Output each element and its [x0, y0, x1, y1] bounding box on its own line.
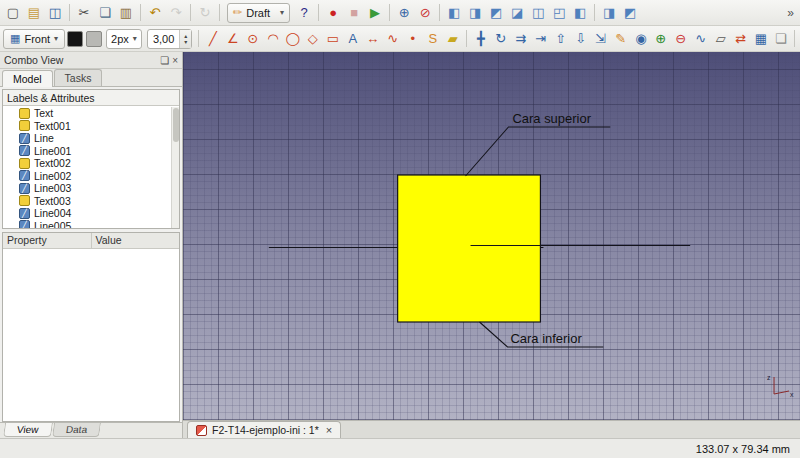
tree-header[interactable]: Labels & Attributes	[3, 90, 179, 106]
draft-circle-icon[interactable]: ⊙	[243, 29, 262, 49]
undo-icon[interactable]: ↶	[145, 3, 165, 23]
draft-shape-2d-view-icon[interactable]: ▱	[711, 29, 730, 49]
macro-run-icon[interactable]: ▶	[365, 3, 385, 23]
view-front-icon[interactable]: ◨	[465, 3, 485, 23]
tab-model[interactable]: Model	[2, 70, 53, 87]
tree-item-text[interactable]: Text	[19, 107, 179, 120]
view-axonometric-icon[interactable]: ◨	[599, 3, 619, 23]
standard-toolbar: ▢▤◫✂❏▥↶↷↻ ✏ Draft ▾ ?●■▶ ⊕⊘◧◨◩◪◫◰◧◨◩ »	[0, 0, 800, 26]
draft-point-icon[interactable]: •	[403, 29, 422, 49]
cut-icon[interactable]: ✂	[74, 3, 94, 23]
refresh-icon[interactable]: ↻	[195, 3, 215, 23]
view-isometric-icon[interactable]: ◧	[444, 3, 464, 23]
tree-item-line001[interactable]: ╱Line001	[19, 145, 179, 158]
new-file-icon[interactable]: ▢	[3, 3, 23, 23]
draft-polyline-icon[interactable]: ∠	[223, 29, 242, 49]
combo-view-titlebar[interactable]: Combo View ❏ ×	[0, 52, 182, 69]
copy-icon[interactable]: ❏	[95, 3, 115, 23]
view-fit-all-icon[interactable]: ⊕	[394, 3, 414, 23]
close-panel-icon[interactable]: ×	[172, 55, 178, 66]
tree-item-text001[interactable]: Text001	[19, 120, 179, 133]
toolbar-separator	[69, 4, 70, 21]
view-top-icon[interactable]: ◩	[486, 3, 506, 23]
tree-scrollbar[interactable]	[171, 107, 179, 228]
open-file-icon[interactable]: ▤	[24, 3, 44, 23]
draft-text-icon[interactable]: A	[343, 29, 362, 49]
draft-scale-icon[interactable]: ⇲	[591, 29, 610, 49]
spinner-arrows[interactable]: ▴ ▾	[179, 30, 191, 48]
draft-polygon-icon[interactable]: ◇	[303, 29, 322, 49]
tab-view[interactable]: View	[3, 423, 52, 437]
line-width-select[interactable]: 2px ▾	[106, 29, 142, 49]
tree-item-line005[interactable]: ╱Line005	[19, 220, 179, 229]
tree-item-text002[interactable]: Text002	[19, 157, 179, 170]
float-panel-icon[interactable]: ❏	[160, 55, 169, 66]
redo-icon[interactable]: ↷	[166, 3, 186, 23]
line-color-swatch[interactable]	[67, 31, 83, 47]
property-column-header[interactable]: Property	[3, 233, 92, 248]
draft-downgrade-icon[interactable]: ⇩	[571, 29, 590, 49]
view-dimetric-icon[interactable]: ◩	[620, 3, 640, 23]
text-object-icon	[19, 195, 30, 206]
annotation-leader-top[interactable]	[466, 127, 611, 176]
annotation-text-bottom[interactable]: Cara inferior	[510, 331, 582, 346]
draft-to-sketch-icon[interactable]: ⇄	[731, 29, 750, 49]
whats-this-icon[interactable]: ?	[294, 3, 314, 23]
draft-move-icon[interactable]: ╋	[471, 29, 490, 49]
draft-square[interactable]	[398, 175, 541, 322]
draft-offset-icon[interactable]: ⇉	[511, 29, 530, 49]
model-tree: TextText001╱Line╱Line001Text002╱Line002╱…	[3, 106, 179, 228]
main-area: Combo View ❏ × Model Tasks Labels & Attr…	[0, 52, 800, 438]
draft-facebinder-icon[interactable]: ▰	[443, 29, 462, 49]
tree-item-line003[interactable]: ╱Line003	[19, 182, 179, 195]
draft-add-point-icon[interactable]: ⊕	[651, 29, 670, 49]
close-document-icon[interactable]: ×	[326, 424, 332, 436]
working-plane-button[interactable]: ▦ Front ▾	[3, 29, 65, 49]
draft-ellipse-icon[interactable]: ◯	[283, 29, 302, 49]
tree-item-text003[interactable]: Text003	[19, 195, 179, 208]
draft-line-icon[interactable]: ╱	[203, 29, 222, 49]
draft-bspline-icon[interactable]: ∿	[383, 29, 402, 49]
draft-upgrade-icon[interactable]: ⇧	[551, 29, 570, 49]
tree-item-line[interactable]: ╱Line	[19, 132, 179, 145]
draft-trimex-icon[interactable]: ⇥	[531, 29, 550, 49]
view-right-icon[interactable]: ◪	[507, 3, 527, 23]
view-rear-icon[interactable]: ◫	[528, 3, 548, 23]
save-file-icon[interactable]: ◫	[45, 3, 65, 23]
toolbar-overflow-button[interactable]: »	[784, 6, 797, 20]
draft-arc-icon[interactable]: ◠	[263, 29, 282, 49]
macro-stop-icon[interactable]: ■	[344, 3, 364, 23]
chevron-down-icon: ▾	[54, 34, 58, 43]
macro-record-icon[interactable]: ●	[323, 3, 343, 23]
toolbar-separator	[794, 30, 795, 47]
view-left-icon[interactable]: ◧	[570, 3, 590, 23]
spin-down-icon[interactable]: ▾	[180, 39, 191, 45]
annotation-text-top[interactable]: Cara superior	[512, 111, 591, 126]
value-column-header[interactable]: Value	[92, 233, 180, 248]
combo-view-panel: Combo View ❏ × Model Tasks Labels & Attr…	[0, 52, 183, 438]
draft-rotate-icon[interactable]: ↻	[491, 29, 510, 49]
document-tab[interactable]: F2-T14-ejemplo-ini : 1* ×	[187, 421, 341, 438]
3d-viewport[interactable]: Cara superior Cara inferior z x	[183, 52, 800, 420]
text-size-spinner[interactable]: 3,00 ▴ ▾	[147, 29, 192, 49]
view-draw-style-icon[interactable]: ⊘	[415, 3, 435, 23]
face-color-swatch[interactable]	[86, 31, 102, 47]
tree-item-line004[interactable]: ╱Line004	[19, 207, 179, 220]
view-bottom-icon[interactable]: ◰	[549, 3, 569, 23]
draft-edit-icon[interactable]: ✎	[611, 29, 630, 49]
paste-icon[interactable]: ▥	[116, 3, 136, 23]
draft-clone-icon[interactable]: ❏	[771, 29, 790, 49]
tree-item-line002[interactable]: ╱Line002	[19, 170, 179, 183]
draft-subelement-highlight-icon[interactable]: ◉	[631, 29, 650, 49]
draft-shapestring-icon[interactable]: S	[423, 29, 442, 49]
draft-dimension-icon[interactable]: ↔	[363, 29, 382, 49]
draft-wire-to-bspline-icon[interactable]: ∿	[691, 29, 710, 49]
property-editor-body[interactable]	[3, 249, 179, 421]
tree-scrollbar-thumb[interactable]	[173, 108, 179, 142]
draft-rectangle-icon[interactable]: ▭	[323, 29, 342, 49]
workbench-selector[interactable]: ✏ Draft ▾	[227, 3, 290, 23]
draft-array-icon[interactable]: ▦	[751, 29, 770, 49]
tab-tasks[interactable]: Tasks	[54, 69, 103, 86]
draft-remove-point-icon[interactable]: ⊖	[671, 29, 690, 49]
tab-data[interactable]: Data	[52, 423, 101, 437]
